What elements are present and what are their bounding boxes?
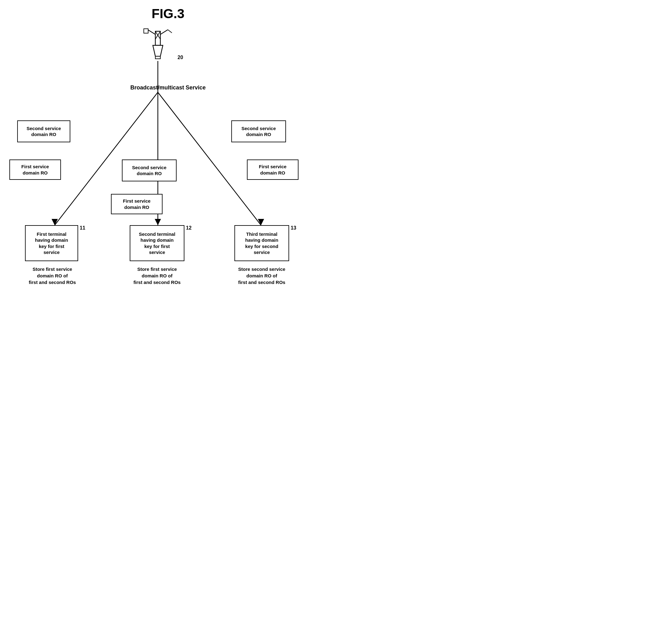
second-service-ro-left-upper: Second servicedomain RO [17,120,70,142]
bc-service-label: Broadcast/multicast Service [0,84,336,91]
bottom-label-t1: Store first servicedomain RO offirst and… [16,266,89,286]
first-service-ro-center-lower: First servicedomain RO [111,194,162,214]
terminal-1-id: 11 [80,225,85,231]
satellite-label: 20 [177,55,183,60]
terminal-2-id: 12 [186,225,192,231]
terminal-1: First terminalhaving domainkey for first… [25,225,78,261]
svg-line-7 [160,30,168,34]
terminal-2: Second terminalhaving domainkey for firs… [130,225,185,261]
svg-marker-14 [155,219,161,225]
svg-line-15 [158,92,261,225]
terminal-3: Third terminalhaving domainkey for secon… [235,225,289,261]
svg-marker-16 [258,219,264,225]
terminal-3-id: 13 [291,225,296,231]
svg-line-8 [168,30,172,33]
svg-line-5 [148,30,155,34]
first-service-ro-left: First servicedomain RO [10,160,61,180]
svg-marker-3 [153,45,163,56]
bottom-label-t2: Store first servicedomain RO offirst and… [120,266,194,286]
first-service-ro-right: First servicedomain RO [247,160,298,180]
figure-title: FIG.3 [0,6,336,21]
second-service-ro-right-upper: Second servicedomain RO [231,120,286,142]
svg-marker-12 [52,219,58,225]
svg-rect-9 [144,29,148,33]
bottom-label-t3: Store second servicedomain RO offirst an… [225,266,298,286]
satellite-icon [142,22,173,60]
svg-rect-4 [155,56,160,59]
second-service-ro-center: Second servicedomain RO [122,160,177,181]
diagram: FIG.3 20 Broadcast/multicast Service [0,0,336,319]
